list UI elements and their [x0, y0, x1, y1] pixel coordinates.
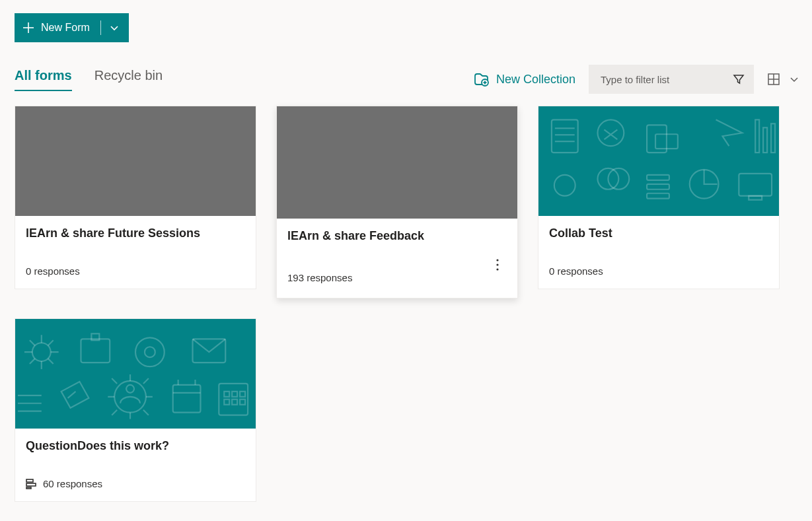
svg-rect-23 [647, 175, 669, 180]
svg-point-39 [126, 385, 134, 393]
svg-rect-28 [749, 196, 762, 200]
svg-rect-24 [647, 184, 669, 190]
svg-point-9 [496, 259, 498, 261]
svg-rect-46 [232, 392, 237, 397]
svg-rect-25 [647, 193, 669, 199]
form-responses: 0 responses [549, 265, 768, 277]
svg-rect-47 [240, 392, 245, 397]
svg-rect-20 [763, 127, 767, 153]
form-card[interactable]: lEArn & share Feedback 193 responses [276, 106, 518, 298]
divider [100, 20, 101, 35]
svg-point-22 [554, 175, 575, 196]
chevron-down-icon[interactable] [109, 22, 120, 33]
form-responses-text: 60 responses [43, 478, 102, 489]
svg-rect-45 [224, 392, 229, 397]
collection-icon [472, 71, 490, 88]
svg-rect-30 [81, 339, 110, 363]
svg-point-11 [496, 268, 498, 270]
new-collection-button[interactable]: New Collection [472, 71, 575, 88]
new-form-label: New Form [41, 22, 90, 34]
grid-view-icon [767, 73, 780, 86]
form-responses: 60 responses [26, 478, 245, 489]
tabs-row: All forms Recycle bin New Collection [15, 65, 799, 94]
svg-rect-51 [26, 479, 33, 482]
form-card[interactable]: lEArn & share Future Sessions 0 response… [15, 106, 256, 289]
filter-input[interactable] [601, 74, 733, 85]
svg-point-16 [598, 120, 624, 146]
svg-point-10 [496, 263, 498, 265]
form-title: Collab Test [549, 226, 768, 240]
svg-rect-53 [26, 487, 31, 489]
form-title: lEArn & share Future Sessions [26, 226, 245, 240]
form-title: QuestionDoes this work? [26, 439, 245, 453]
plus-icon [22, 22, 34, 34]
toolbar-right: New Collection [472, 65, 799, 94]
svg-point-29 [32, 343, 51, 361]
svg-rect-12 [552, 120, 578, 153]
form-thumbnail [15, 106, 256, 216]
new-collection-label: New Collection [496, 73, 575, 87]
svg-rect-40 [173, 385, 201, 413]
svg-marker-5 [734, 75, 743, 83]
svg-rect-27 [739, 174, 772, 196]
form-responses: 0 responses [26, 265, 245, 277]
form-card-body: Collab Test 0 responses [538, 216, 779, 289]
more-options-button[interactable] [487, 254, 508, 275]
quiz-icon [26, 479, 38, 489]
svg-rect-48 [224, 399, 229, 405]
forms-grid: lEArn & share Future Sessions 0 response… [15, 106, 799, 502]
svg-point-33 [145, 347, 155, 357]
form-card-body: lEArn & share Future Sessions 0 response… [15, 216, 256, 289]
svg-rect-50 [240, 399, 245, 405]
form-responses: 193 responses [287, 272, 507, 283]
chevron-down-icon [790, 75, 799, 84]
tab-recycle-bin[interactable]: Recycle bin [94, 68, 163, 91]
new-form-button[interactable]: New Form [15, 13, 129, 42]
form-card[interactable]: Collab Test 0 responses [538, 106, 780, 289]
svg-point-32 [135, 337, 165, 366]
form-thumbnail [538, 106, 779, 216]
form-title: lEArn & share Feedback [287, 229, 507, 243]
filter-icon[interactable] [733, 73, 745, 85]
view-toggle[interactable] [767, 73, 799, 86]
form-card-body: lEArn & share Feedback 193 responses [277, 219, 517, 298]
form-card-body: QuestionDoes this work? 60 responses [15, 429, 256, 501]
form-thumbnail [15, 319, 256, 429]
form-card[interactable]: QuestionDoes this work? 60 responses [15, 318, 256, 502]
tab-all-forms[interactable]: All forms [15, 68, 72, 91]
svg-rect-49 [232, 399, 237, 405]
svg-rect-19 [755, 120, 759, 153]
filter-input-container [589, 65, 754, 94]
svg-rect-52 [26, 483, 36, 486]
form-thumbnail [277, 106, 517, 219]
svg-rect-21 [771, 123, 775, 153]
